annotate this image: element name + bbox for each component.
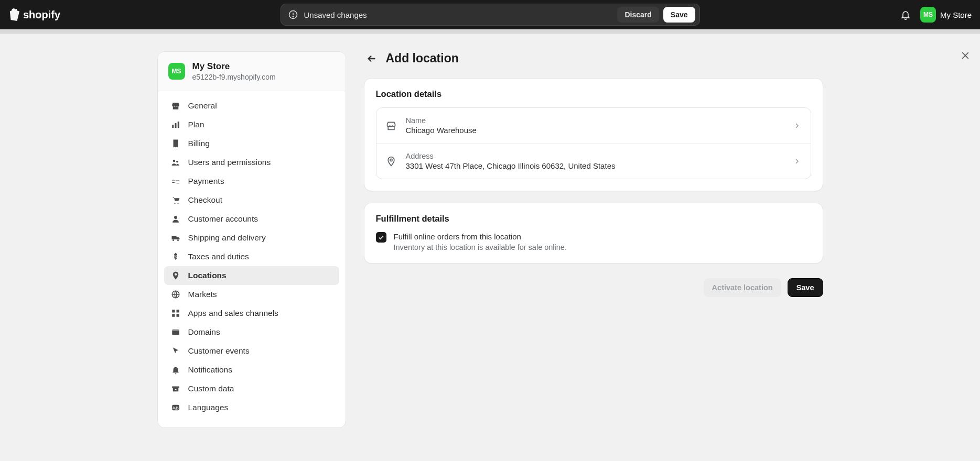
name-label: Name — [406, 116, 783, 125]
store-icon — [170, 101, 181, 111]
address-value: 3301 West 47th Place, Chicago Illinois 6… — [406, 161, 783, 170]
sidebar-item-label: Apps and sales channels — [188, 309, 278, 318]
topbar: shopify Unsaved changes Discard Save MS … — [0, 0, 980, 29]
svg-point-12 — [174, 216, 177, 219]
sidebar-item-taxes[interactable]: % Taxes and duties — [164, 247, 339, 266]
location-name-row[interactable]: Name Chicago Warehouse — [376, 108, 811, 143]
svg-point-2 — [293, 16, 294, 17]
sidebar-item-label: Customer events — [188, 346, 250, 356]
main-content: Add location Location details Name Chica… — [364, 51, 823, 428]
svg-text:%: % — [174, 255, 177, 258]
location-details-heading: Location details — [376, 89, 811, 99]
svg-point-11 — [177, 203, 178, 204]
svg-rect-22 — [172, 330, 179, 331]
sidebar-item-label: Domains — [188, 327, 220, 337]
fulfill-hint: Inventory at this location is available … — [394, 243, 567, 251]
svg-rect-23 — [172, 387, 179, 388]
sidebar-item-label: Customer accounts — [188, 214, 259, 224]
sidebar-item-label: Checkout — [188, 195, 222, 205]
check-icon — [378, 234, 384, 241]
domains-icon — [170, 327, 181, 337]
sidebar-item-payments[interactable]: Payments — [164, 172, 339, 191]
topbar-shadow — [0, 29, 980, 34]
sidebar-item-shipping[interactable]: Shipping and delivery — [164, 228, 339, 247]
close-page-button[interactable] — [958, 48, 973, 63]
sidebar-item-label: Users and permissions — [188, 158, 271, 167]
payments-icon — [170, 176, 181, 186]
sidebar-item-customer-events[interactable]: Customer events — [164, 342, 339, 360]
svg-rect-25 — [175, 389, 176, 390]
svg-point-14 — [177, 239, 179, 241]
svg-rect-6 — [175, 123, 176, 128]
bell-icon — [170, 365, 181, 375]
brand-text: shopify — [23, 9, 60, 21]
account-name: My Store — [940, 10, 972, 19]
svg-point-10 — [174, 203, 175, 204]
sidebar-item-languages[interactable]: Aあ Languages — [164, 398, 339, 417]
unsaved-changes-bar: Unsaved changes Discard Save — [281, 4, 700, 26]
sidebar-item-custom-data[interactable]: Custom data — [164, 379, 339, 398]
account-avatar: MS — [920, 7, 936, 23]
svg-text:Aあ: Aあ — [173, 406, 179, 410]
topbar-save-button[interactable]: Save — [663, 7, 695, 23]
sidebar-item-plan[interactable]: Plan — [164, 115, 339, 134]
store-header[interactable]: MS My Store e5122b-f9.myshopify.com — [158, 52, 346, 91]
sidebar-item-checkout[interactable]: Checkout — [164, 191, 339, 210]
svg-point-8 — [173, 160, 175, 162]
sidebar-item-domains[interactable]: Domains — [164, 323, 339, 342]
globe-icon — [170, 289, 181, 300]
location-address-row[interactable]: Address 3301 West 47th Place, Chicago Il… — [376, 143, 811, 179]
sidebar-item-label: Markets — [188, 290, 217, 299]
cursor-icon — [170, 346, 181, 356]
unsaved-message: Unsaved changes — [304, 10, 618, 19]
svg-rect-17 — [172, 310, 175, 312]
sidebar-item-billing[interactable]: Billing — [164, 134, 339, 153]
svg-rect-7 — [177, 122, 179, 128]
fulfillment-heading: Fulfillment details — [376, 214, 811, 224]
shopify-logo[interactable]: shopify — [8, 8, 60, 21]
users-icon — [170, 157, 181, 168]
sidebar-item-apps[interactable]: Apps and sales channels — [164, 304, 339, 323]
language-icon: Aあ — [170, 402, 181, 413]
location-pin-icon — [170, 270, 181, 281]
svg-rect-20 — [176, 314, 179, 317]
svg-rect-18 — [176, 310, 179, 312]
alert-icon — [288, 10, 298, 19]
svg-point-13 — [173, 239, 174, 241]
archive-icon — [170, 383, 181, 394]
receipt-icon — [170, 138, 181, 149]
settings-sidebar: MS My Store e5122b-f9.myshopify.com Gene… — [157, 51, 346, 428]
address-label: Address — [406, 152, 783, 160]
page-title: Add location — [386, 51, 459, 65]
truck-icon — [170, 233, 181, 243]
sidebar-item-label: Notifications — [188, 365, 232, 375]
sidebar-item-label: Taxes and duties — [188, 252, 249, 261]
svg-point-28 — [390, 159, 392, 161]
fulfill-label: Fulfill online orders from this location — [394, 232, 567, 241]
notifications-icon[interactable] — [900, 9, 911, 20]
sidebar-item-locations[interactable]: Locations — [164, 266, 339, 285]
sidebar-item-label: Languages — [188, 403, 229, 412]
sidebar-item-markets[interactable]: Markets — [164, 285, 339, 304]
sidebar-item-label: Custom data — [188, 384, 234, 393]
sidebar-item-general[interactable]: General — [164, 96, 339, 115]
sidebar-item-label: General — [188, 101, 217, 111]
store-avatar: MS — [168, 63, 185, 80]
svg-rect-19 — [172, 314, 175, 317]
back-arrow-icon[interactable] — [366, 53, 378, 64]
pin-icon — [386, 156, 396, 167]
fulfill-checkbox[interactable] — [376, 232, 386, 243]
svg-rect-5 — [172, 125, 174, 128]
save-button[interactable]: Save — [788, 278, 823, 297]
sidebar-item-customer-accounts[interactable]: Customer accounts — [164, 210, 339, 228]
chart-icon — [170, 119, 181, 130]
sidebar-item-users[interactable]: Users and permissions — [164, 153, 339, 172]
sidebar-item-notifications[interactable]: Notifications — [164, 360, 339, 379]
sidebar-item-label: Shipping and delivery — [188, 233, 266, 243]
store-name: My Store — [192, 61, 276, 72]
account-menu[interactable]: MS My Store — [920, 7, 972, 23]
sidebar-item-label: Plan — [188, 120, 204, 129]
settings-nav: General Plan Billing Users and permissio… — [158, 91, 346, 427]
chevron-right-icon — [793, 122, 801, 130]
discard-button[interactable]: Discard — [617, 7, 659, 23]
